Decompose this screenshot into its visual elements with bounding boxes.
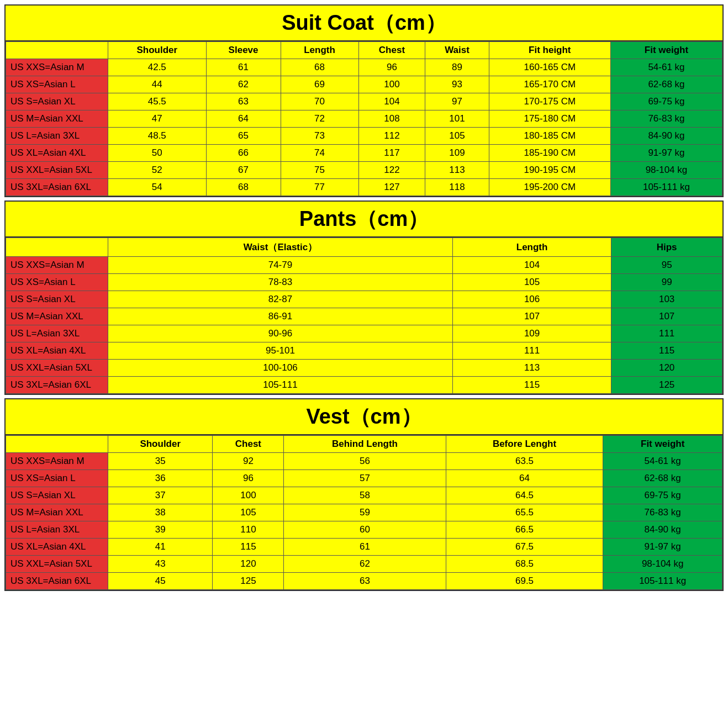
table-cell: 50 xyxy=(108,145,207,162)
table-cell: 35 xyxy=(108,453,213,470)
table-cell: 113 xyxy=(425,162,489,179)
suit-coat-col-0 xyxy=(6,42,108,59)
pants-title: Pants（cm） xyxy=(6,202,722,238)
table-cell: 74-79 xyxy=(108,257,453,274)
table-cell: 165-170 CM xyxy=(489,76,610,93)
table-cell: 58 xyxy=(284,487,446,504)
table-cell: 68.5 xyxy=(446,556,603,573)
table-cell: 95-101 xyxy=(108,342,453,360)
table-cell: US 3XL=Asian 6XL xyxy=(6,573,108,590)
table-cell: 69 xyxy=(281,76,358,93)
table-cell: 105-111 xyxy=(108,377,453,394)
vest-col-5: Fit weight xyxy=(603,436,722,453)
table-cell: 65.5 xyxy=(446,504,603,521)
table-cell: 175-180 CM xyxy=(489,110,610,128)
table-cell: 95 xyxy=(611,257,722,274)
table-row: US XXL=Asian 5XL100-106113120 xyxy=(6,360,722,377)
table-cell: US M=Asian XXL xyxy=(6,110,108,128)
suit-coat-header-row: Shoulder Sleeve Length Chest Waist Fit h… xyxy=(6,42,722,59)
table-cell: 64 xyxy=(446,470,603,487)
table-cell: 105 xyxy=(425,128,489,145)
table-cell: 44 xyxy=(108,76,207,93)
table-cell: US 3XL=Asian 6XL xyxy=(6,377,108,394)
table-cell: 66.5 xyxy=(446,521,603,539)
table-row: US S=Asian XL45.5637010497170-175 CM69-7… xyxy=(6,93,722,110)
table-cell: 54 xyxy=(108,179,207,196)
table-row: US M=Asian XXL476472108101175-180 CM76-8… xyxy=(6,110,722,128)
table-cell: 104 xyxy=(452,257,611,274)
table-cell: 90-96 xyxy=(108,325,453,342)
table-cell: 61 xyxy=(284,539,446,556)
table-row: US S=Asian XL371005864.569-75 kg xyxy=(6,487,722,504)
table-cell: 76-83 kg xyxy=(610,110,722,128)
suit-coat-col-4: Chest xyxy=(358,42,425,59)
table-cell: 82-87 xyxy=(108,291,453,308)
table-cell: 62-68 kg xyxy=(610,76,722,93)
table-cell: 69.5 xyxy=(446,573,603,590)
table-cell: 47 xyxy=(108,110,207,128)
table-cell: 39 xyxy=(108,521,213,539)
vest-col-4: Before Lenght xyxy=(446,436,603,453)
table-cell: 109 xyxy=(452,325,611,342)
table-row: US XXS=Asian M74-7910495 xyxy=(6,257,722,274)
table-cell: 180-185 CM xyxy=(489,128,610,145)
table-cell: 89 xyxy=(425,59,489,76)
table-cell: 111 xyxy=(611,325,722,342)
table-cell: 110 xyxy=(213,521,284,539)
table-cell: 63 xyxy=(206,93,281,110)
table-cell: US XXL=Asian 5XL xyxy=(6,162,108,179)
table-row: US M=Asian XXL86-91107107 xyxy=(6,308,722,325)
table-cell: 42.5 xyxy=(108,59,207,76)
table-cell: 67.5 xyxy=(446,539,603,556)
table-cell: 125 xyxy=(213,573,284,590)
table-cell: US XL=Asian 4XL xyxy=(6,342,108,360)
table-cell: 75 xyxy=(281,162,358,179)
table-row: US XXS=Asian M42.561689689160-165 CM54-6… xyxy=(6,59,722,76)
pants-header-row: Waist（Elastic） Length Hips xyxy=(6,238,722,257)
table-cell: 72 xyxy=(281,110,358,128)
table-cell: 63.5 xyxy=(446,453,603,470)
vest-title: Vest（cm） xyxy=(6,399,722,435)
table-cell: 70 xyxy=(281,93,358,110)
table-cell: 62 xyxy=(284,556,446,573)
suit-coat-table: Shoulder Sleeve Length Chest Waist Fit h… xyxy=(6,41,722,196)
table-cell: 59 xyxy=(284,504,446,521)
table-row: US M=Asian XXL381055965.576-83 kg xyxy=(6,504,722,521)
table-cell: US XL=Asian 4XL xyxy=(6,539,108,556)
vest-body: US XXS=Asian M35925663.554-61 kgUS XS=As… xyxy=(6,453,722,590)
table-cell: 170-175 CM xyxy=(489,93,610,110)
table-cell: US L=Asian 3XL xyxy=(6,128,108,145)
table-cell: 77 xyxy=(281,179,358,196)
table-cell: US L=Asian 3XL xyxy=(6,325,108,342)
table-cell: 105-111 kg xyxy=(603,573,722,590)
table-cell: 76-83 kg xyxy=(603,504,722,521)
table-cell: US XXL=Asian 5XL xyxy=(6,360,108,377)
table-cell: 65 xyxy=(206,128,281,145)
table-row: US L=Asian 3XL391106066.584-90 kg xyxy=(6,521,722,539)
table-cell: 107 xyxy=(452,308,611,325)
table-cell: 64 xyxy=(206,110,281,128)
table-row: US 3XL=Asian 6XL105-111115125 xyxy=(6,377,722,394)
table-row: US XXL=Asian 5XL431206268.598-104 kg xyxy=(6,556,722,573)
table-cell: 122 xyxy=(358,162,425,179)
vest-col-0 xyxy=(6,436,108,453)
table-cell: US XS=Asian L xyxy=(6,274,108,291)
table-cell: 160-165 CM xyxy=(489,59,610,76)
table-cell: US XXS=Asian M xyxy=(6,453,108,470)
table-cell: 107 xyxy=(611,308,722,325)
table-cell: 52 xyxy=(108,162,207,179)
table-cell: 86-91 xyxy=(108,308,453,325)
table-row: US XS=Asian L3696576462-68 kg xyxy=(6,470,722,487)
table-cell: 120 xyxy=(213,556,284,573)
table-cell: 190-195 CM xyxy=(489,162,610,179)
table-cell: 91-97 kg xyxy=(603,539,722,556)
table-cell: 96 xyxy=(213,470,284,487)
suit-coat-section: Suit Coat（cm） Shoulder Sleeve Length Che… xyxy=(4,4,724,197)
table-row: US XS=Asian L44626910093165-170 CM62-68 … xyxy=(6,76,722,93)
table-cell: 41 xyxy=(108,539,213,556)
pants-table: Waist（Elastic） Length Hips US XXS=Asian … xyxy=(6,238,722,394)
suit-coat-col-1: Shoulder xyxy=(108,42,207,59)
table-cell: 93 xyxy=(425,76,489,93)
table-cell: 36 xyxy=(108,470,213,487)
table-cell: 185-190 CM xyxy=(489,145,610,162)
